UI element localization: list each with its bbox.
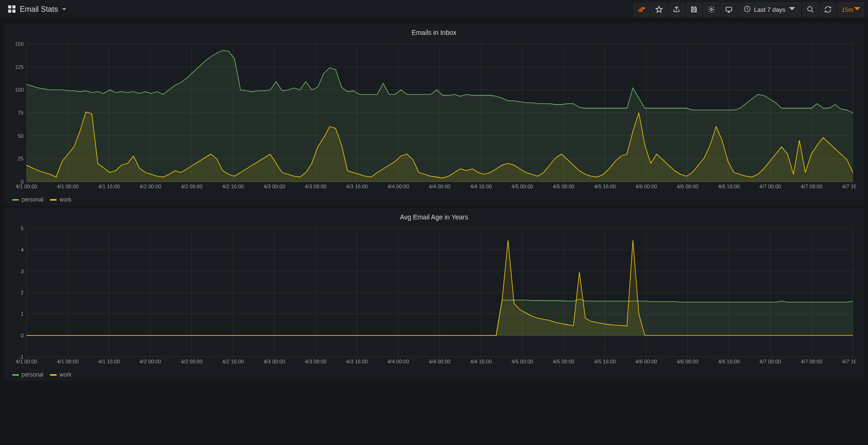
svg-rect-1	[12, 5, 16, 8]
svg-text:4/7 08:00: 4/7 08:00	[801, 184, 822, 189]
svg-text:125: 125	[15, 64, 24, 70]
svg-rect-10	[726, 7, 732, 11]
svg-text:3: 3	[21, 269, 24, 274]
svg-text:4/6 00:00: 4/6 00:00	[635, 359, 657, 364]
legend-label: personal	[22, 196, 43, 203]
refresh-button[interactable]	[820, 2, 836, 17]
dashboard-title: Email Stats	[20, 5, 58, 14]
time-range-picker[interactable]: Last 7 days	[738, 2, 801, 17]
svg-text:4/4 16:00: 4/4 16:00	[470, 359, 492, 364]
svg-rect-8	[693, 10, 696, 12]
svg-text:5: 5	[21, 226, 24, 231]
svg-text:4/5 08:00: 4/5 08:00	[553, 359, 575, 364]
svg-text:25: 25	[18, 156, 24, 161]
svg-text:4/4 08:00: 4/4 08:00	[429, 359, 451, 364]
cycle-view-button[interactable]	[721, 2, 737, 17]
svg-rect-4	[639, 9, 640, 12]
svg-text:50: 50	[18, 133, 24, 139]
svg-text:4/5 16:00: 4/5 16:00	[594, 184, 616, 189]
add-panel-button[interactable]	[634, 2, 650, 17]
svg-text:4/6 08:00: 4/6 08:00	[677, 184, 699, 189]
legend: personal work	[9, 369, 859, 378]
chart-emails-in-inbox[interactable]: 02550751001251504/1 00:004/1 08:004/1 16…	[9, 41, 859, 193]
svg-text:4/3 08:00: 4/3 08:00	[305, 359, 326, 364]
share-button[interactable]	[668, 2, 684, 17]
legend-label: work	[59, 371, 71, 378]
svg-text:4: 4	[21, 247, 24, 252]
svg-text:4/1 08:00: 4/1 08:00	[57, 184, 79, 189]
svg-text:0: 0	[21, 333, 24, 338]
refresh-interval-dropdown[interactable]: 15m	[837, 2, 864, 17]
time-range-label: Last 7 days	[754, 6, 785, 13]
legend-label: personal	[22, 371, 43, 378]
svg-point-9	[710, 8, 712, 10]
svg-text:1: 1	[21, 311, 24, 317]
svg-text:4/7 00:00: 4/7 00:00	[760, 359, 781, 364]
svg-text:4/6 00:00: 4/6 00:00	[635, 184, 657, 189]
panel-title[interactable]: Emails in Inbox	[9, 27, 859, 41]
legend-swatch	[12, 199, 19, 201]
svg-point-12	[808, 7, 812, 11]
svg-text:4/1 16:00: 4/1 16:00	[98, 184, 120, 189]
svg-marker-7	[656, 6, 662, 12]
panel-title[interactable]: Avg Email Age in Years	[9, 211, 859, 226]
svg-text:4/7 08:00: 4/7 08:00	[801, 359, 822, 364]
clock-icon	[743, 5, 751, 14]
svg-rect-0	[8, 5, 11, 8]
toolbar-actions: Last 7 days 15m	[634, 2, 864, 17]
legend-swatch	[50, 199, 57, 201]
svg-rect-5	[640, 8, 641, 12]
panel-avg-email-age: Avg Email Age in Years -10123454/1 00:00…	[4, 208, 864, 381]
svg-text:100: 100	[15, 87, 24, 92]
toolbar: Email Stats Last 7 days	[0, 0, 868, 19]
svg-text:4/7 00:00: 4/7 00:00	[760, 184, 781, 189]
save-button[interactable]	[686, 2, 702, 17]
svg-text:4/1 08:00: 4/1 08:00	[57, 359, 79, 364]
svg-rect-3	[12, 9, 16, 13]
svg-text:4/2 08:00: 4/2 08:00	[181, 359, 202, 364]
chevron-down-icon	[788, 5, 796, 14]
svg-text:4/5 16:00: 4/5 16:00	[594, 359, 616, 364]
svg-text:4/2 16:00: 4/2 16:00	[222, 359, 244, 364]
legend-item-work[interactable]: work	[50, 196, 71, 203]
svg-text:4/7 16:00: 4/7 16:00	[842, 359, 856, 364]
svg-text:75: 75	[18, 110, 24, 116]
dashboards-icon	[8, 5, 16, 15]
chart-avg-email-age[interactable]: -10123454/1 00:004/1 08:004/1 16:004/2 0…	[9, 226, 859, 369]
panel-emails-in-inbox: Emails in Inbox 02550751001251504/1 00:0…	[4, 23, 864, 206]
svg-text:4/3 00:00: 4/3 00:00	[264, 359, 285, 364]
svg-text:4/5 00:00: 4/5 00:00	[511, 359, 533, 364]
legend-swatch	[12, 374, 19, 376]
svg-text:4/3 00:00: 4/3 00:00	[264, 184, 285, 189]
star-button[interactable]	[651, 2, 667, 17]
settings-button[interactable]	[703, 2, 719, 17]
refresh-interval-label: 15m	[842, 6, 853, 13]
svg-text:4/6 08:00: 4/6 08:00	[677, 359, 699, 364]
svg-text:4/3 08:00: 4/3 08:00	[305, 184, 326, 189]
chevron-down-icon	[62, 6, 67, 13]
svg-text:4/1 16:00: 4/1 16:00	[98, 359, 120, 364]
svg-text:4/3 16:00: 4/3 16:00	[346, 359, 368, 364]
legend: personal work	[9, 193, 859, 203]
dashboard-body: Emails in Inbox 02550751001251504/1 00:0…	[0, 19, 868, 385]
legend-label: work	[59, 196, 71, 203]
svg-text:4/4 00:00: 4/4 00:00	[387, 184, 409, 189]
dashboard-title-dropdown[interactable]: Email Stats	[4, 3, 70, 17]
svg-text:4/2 00:00: 4/2 00:00	[140, 184, 161, 189]
svg-text:4/5 08:00: 4/5 08:00	[553, 184, 575, 189]
svg-text:4/6 16:00: 4/6 16:00	[718, 359, 740, 364]
svg-text:4/2 08:00: 4/2 08:00	[181, 184, 202, 189]
svg-text:4/1 00:00: 4/1 00:00	[16, 184, 37, 189]
svg-text:4/3 16:00: 4/3 16:00	[346, 184, 368, 189]
svg-text:4/5 00:00: 4/5 00:00	[511, 184, 533, 189]
svg-text:4/2 00:00: 4/2 00:00	[140, 359, 161, 364]
zoom-out-button[interactable]	[802, 2, 818, 17]
legend-item-personal[interactable]: personal	[12, 371, 43, 378]
svg-text:4/4 16:00: 4/4 16:00	[470, 184, 492, 189]
svg-text:4/4 00:00: 4/4 00:00	[387, 359, 409, 364]
legend-swatch	[50, 374, 57, 376]
svg-text:4/7 16:00: 4/7 16:00	[842, 184, 856, 189]
legend-item-work[interactable]: work	[50, 371, 71, 378]
legend-item-personal[interactable]: personal	[12, 196, 43, 203]
svg-text:4/2 16:00: 4/2 16:00	[222, 184, 244, 189]
